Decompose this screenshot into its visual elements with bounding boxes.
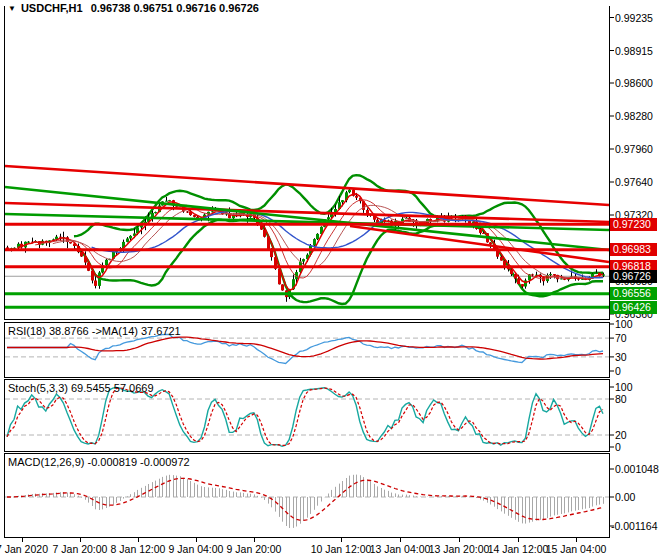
trendline-green-mid[interactable] [5,214,609,230]
macd-tick-label: 0.00 [615,491,635,503]
price-tick-label: 0.97640 [615,176,653,188]
chart-window: 0.992350.989150.986000.982800.979600.976… [0,0,660,560]
macd-tick-label: 0.001048 [615,463,659,475]
stoch-tick-label: 20 [615,429,627,441]
rsi-tick-label: 30 [615,351,627,363]
rsi-line [7,334,603,363]
stoch-tick-label: 100 [615,381,633,393]
rsi-ma-line [7,337,603,359]
price-tag-support: 0.96556 [610,287,657,300]
chart-title: ▼USDCHF,H10.96738 0.96751 0.96716 0.9672… [8,2,259,14]
symbol-label: USDCHF,H1 [21,2,83,14]
time-tick-label: 15 Jan 04:00 [531,543,621,555]
macd-tick-label: -0.001164 [611,520,658,532]
price-tick-label: 0.99235 [615,12,653,24]
stoch-tick-label: 80 [615,393,627,405]
price-tick-label: 0.98600 [615,77,653,89]
symbol-dropdown-icon[interactable]: ▼ [8,4,16,13]
stoch-tick-label: 0 [615,441,621,453]
price-tag-current-bid: 0.96726 [610,270,657,283]
trendline-upper-red-channel[interactable] [5,166,609,205]
price-tag-resistance: 0.97230 [610,218,657,231]
chart-canvas[interactable] [0,0,660,560]
macd-label: MACD(12,26,9) -0.000819 -0.000972 [8,456,190,468]
rsi-tick-label: 100 [615,318,633,330]
rsi-plot[interactable] [5,334,609,363]
rsi-label: RSI(18) 38.8766 ->MA(14) 37.6721 [8,325,181,337]
price-tick-label: 0.98915 [615,45,653,57]
bollinger-lower-line [74,219,603,304]
stoch-plot[interactable] [5,388,609,447]
stoch-d-line [7,388,603,446]
stoch-label: Stoch(5,3,3) 69.5455 57.0669 [8,382,154,394]
ohlc-quote: 0.96738 0.96751 0.96716 0.96726 [91,2,259,14]
price-tick-label: 0.97960 [615,143,653,155]
time-tick-label: 9 Jan 20:00 [209,543,299,555]
price-tag-resistance: 0.96983 [610,243,657,256]
price-tick-label: 0.98280 [615,110,653,122]
macd-plot[interactable] [5,475,609,528]
price-tag-support: 0.96426 [610,301,657,314]
main-plot[interactable] [5,166,609,307]
macd-signal-line [7,478,603,520]
rsi-tick-label: 0 [615,365,621,377]
rsi-tick-label: 70 [615,332,627,344]
